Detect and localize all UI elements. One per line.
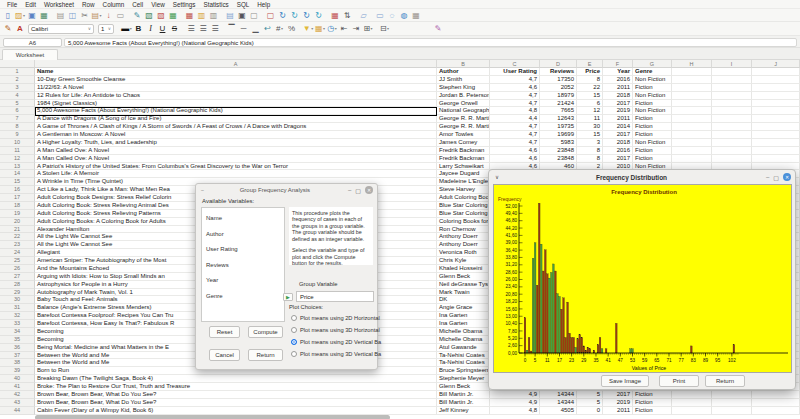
cell-J11[interactable] [752,147,800,155]
row-header-16[interactable]: 16 [0,186,35,194]
cell-G8[interactable]: Fiction [633,123,672,131]
cell-A43[interactable]: Brown Bear, Brown Bear, What Do You See? [35,399,437,407]
underline-button[interactable]: U [157,23,168,34]
cell-B41[interactable]: Glenn Beck [437,383,490,391]
cell-F12[interactable]: 2017 [603,155,633,163]
row-header-26[interactable]: 26 [0,265,35,273]
row-header-14[interactable]: 14 [0,170,35,178]
close-icon[interactable]: ✕ [365,186,373,194]
freeze-panes-icon[interactable]: ⊟▾ [379,23,390,34]
row-header-23[interactable]: 23 [0,241,35,249]
menu-settings[interactable]: Settings [169,0,200,9]
search-icon[interactable]: ◌ [387,10,398,21]
cell-I3[interactable] [712,84,752,92]
assign-variable-button[interactable]: ▶ [283,293,293,301]
column-header-D[interactable]: D [540,60,577,68]
row-header-20[interactable]: 20 [0,218,35,226]
row-header-15[interactable]: 15 [0,178,35,186]
cell-B32[interactable]: Ina Garten [437,312,490,320]
save-image-button[interactable]: Save Image [601,375,649,387]
row-header-29[interactable]: 29 [0,289,35,297]
page-setup-icon[interactable]: ▢ [265,10,276,21]
font-color-icon[interactable]: A [15,23,26,34]
cell-G6[interactable]: Non Fiction [633,107,672,115]
menu-help[interactable]: Help [253,0,274,9]
variable-item-name[interactable]: Name [202,211,284,227]
cell-E44[interactable]: 0 [577,407,603,415]
cell-J2[interactable] [752,76,800,84]
cell-A12[interactable]: A Man Called Ove: A Novel [35,155,437,163]
column-header-B[interactable]: B [437,60,490,68]
cell-B5[interactable]: George Orwell [437,100,490,108]
cell-H7[interactable] [672,115,712,123]
cell-E4[interactable]: 15 [577,92,603,100]
cell-C2[interactable]: 4,7 [490,76,540,84]
cell-F42[interactable]: 2017 [603,391,633,399]
cell-J4[interactable] [752,92,800,100]
cell-I44[interactable] [712,407,752,415]
cell-E6[interactable]: 12 [577,107,603,115]
cell-E12[interactable]: 8 [577,155,603,163]
row-header-1[interactable]: 1 [0,68,35,76]
cell-D5[interactable]: 21424 [540,100,577,108]
cell-F6[interactable]: 2019 [603,107,633,115]
indent-decrease-icon[interactable]: ⇤ [339,23,350,34]
cell-G1[interactable]: Genre [633,68,672,76]
table-delete-icon[interactable]: ▦ [184,10,195,21]
cell-I43[interactable] [712,399,752,407]
cell-A2[interactable]: 10-Day Green Smoothie Cleanse [35,76,437,84]
cell-J1[interactable] [752,68,800,76]
cell-F3[interactable]: 2011 [603,84,633,92]
row-header-18[interactable]: 18 [0,202,35,210]
row-header-28[interactable]: 28 [0,281,35,289]
column-header-A[interactable]: A [35,60,437,68]
italic-button[interactable]: I [145,23,156,34]
cell-A13[interactable]: A Patriot's History of the United States… [35,163,437,171]
clear-icon[interactable]: ▭ [115,10,126,21]
minimize-icon[interactable]: – [346,187,353,193]
cell-C10[interactable]: 4,7 [490,139,540,147]
wrap-text-icon[interactable]: ↩ [262,23,273,34]
print-button[interactable]: Print [659,375,699,387]
chart-return-button[interactable]: Return [705,375,745,387]
cell-A5[interactable]: 1984 (Signet Classics) [35,100,437,108]
cell-B7[interactable]: George R. R. Martin [437,115,490,123]
column-header-F[interactable]: F [603,60,633,68]
cell-C9[interactable]: 4,7 [490,131,540,139]
row-header-21[interactable]: 21 [0,226,35,234]
font-size-combo[interactable]: 1∨ [98,24,114,34]
cell-B40[interactable]: Stephenie Meyer [437,375,490,383]
cell-I5[interactable] [712,100,752,108]
chart-window-title-bar[interactable]: ∨ Frequency Distribution – ▢ ✕ [489,170,795,184]
strikethrough-button[interactable]: S [169,23,180,34]
cell-B26[interactable]: Khaled Hosseini [437,265,490,273]
cell-C6[interactable]: 4,8 [490,107,540,115]
cell-A4[interactable]: 12 Rules for Life: An Antidote to Chaos [35,92,437,100]
paste-icon[interactable]: ▤▾ [91,10,102,21]
cell-H44[interactable] [672,407,712,415]
row-header-12[interactable]: 12 [0,155,35,163]
cell-D11[interactable]: 23848 [540,147,577,155]
cell-B43[interactable]: Bill Martin Jr. [437,399,490,407]
cell-H43[interactable] [672,399,712,407]
cell-H1[interactable] [672,68,712,76]
cell-B1[interactable]: Author [437,68,490,76]
column-header-C[interactable]: C [490,60,540,68]
row-insert-icon[interactable]: ▤ [225,10,236,21]
number-format-icon[interactable]: #▾ [274,23,285,34]
save-icon[interactable]: ▣ [27,10,38,21]
cell-I8[interactable] [712,123,752,131]
recalculate-sheet-icon[interactable]: ↻ [301,10,312,21]
cell-B44[interactable]: Jeff Kinney [437,407,490,415]
row-header-44[interactable]: 44 [0,407,35,415]
horizontal-scrollbar[interactable] [35,415,390,419]
variable-item-user-rating[interactable]: User Rating [202,242,284,258]
row-header-17[interactable]: 17 [0,194,35,202]
row-header-31[interactable]: 31 [0,304,35,312]
cell-A44[interactable]: Cabin Fever (Diary of a Wimpy Kid, Book … [35,407,437,415]
maximize-icon[interactable]: ▢ [353,187,363,194]
save-as-icon[interactable]: ▦ [39,10,50,21]
recalculate-cell-icon[interactable]: ↻ [313,10,324,21]
variable-item-reviews[interactable]: Reviews [202,258,284,274]
cell-H10[interactable] [672,139,712,147]
